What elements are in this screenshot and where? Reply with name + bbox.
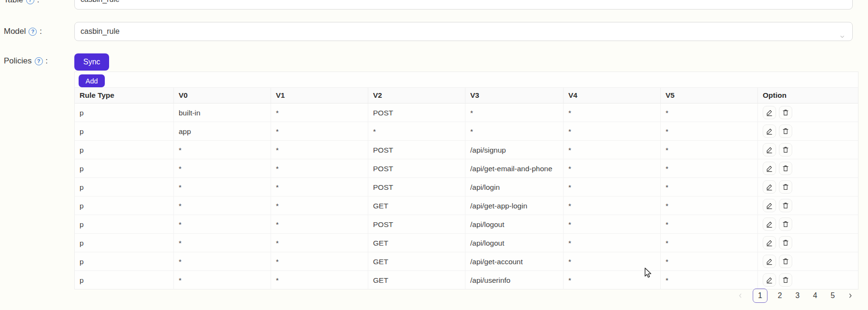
edit-icon[interactable] bbox=[763, 124, 776, 138]
delete-icon[interactable] bbox=[779, 180, 792, 194]
edit-icon[interactable] bbox=[763, 199, 776, 212]
delete-icon[interactable] bbox=[779, 255, 792, 268]
option-cell bbox=[758, 196, 858, 215]
option-cell bbox=[758, 252, 858, 271]
table-row: pbuilt-in*POST*** bbox=[75, 103, 858, 122]
pagination-page-3[interactable]: 3 bbox=[792, 289, 803, 303]
help-icon: ? bbox=[29, 28, 37, 36]
option-cell bbox=[758, 178, 858, 196]
delete-icon[interactable] bbox=[779, 273, 792, 287]
table-cell: p bbox=[75, 234, 174, 252]
option-cell bbox=[758, 159, 858, 178]
table-cell: p bbox=[75, 141, 174, 159]
table-row: p**POST/api/get-email-and-phone** bbox=[75, 159, 858, 178]
table-cell: * bbox=[174, 141, 271, 159]
table-cell: * bbox=[661, 271, 758, 289]
policies-field-label: Policies ? : bbox=[4, 56, 48, 66]
table-cell: * bbox=[564, 271, 661, 289]
table-cell: * bbox=[271, 103, 368, 122]
table-cell: * bbox=[661, 122, 758, 141]
pagination-next-icon[interactable] bbox=[845, 289, 856, 303]
table-row: p**POST/api/login** bbox=[75, 178, 858, 196]
table-row: papp***** bbox=[75, 122, 858, 141]
table-cell: * bbox=[661, 215, 758, 234]
table-cell: * bbox=[174, 215, 271, 234]
table-cell: * bbox=[661, 196, 758, 215]
table-cell: * bbox=[174, 178, 271, 196]
delete-icon[interactable] bbox=[779, 236, 792, 249]
table-cell: p bbox=[75, 159, 174, 178]
pagination: 12345 bbox=[735, 288, 856, 303]
table-cell: GET bbox=[368, 234, 465, 252]
help-icon: ? bbox=[35, 57, 43, 65]
table-cell: /api/get-account bbox=[465, 252, 564, 271]
model-field-label-text: Model bbox=[4, 27, 26, 36]
table-cell: p bbox=[75, 215, 174, 234]
edit-icon[interactable] bbox=[763, 217, 776, 231]
table-cell: * bbox=[661, 103, 758, 122]
table-row: p**GET/api/get-account** bbox=[75, 252, 858, 271]
table-row: p**POST/api/logout** bbox=[75, 215, 858, 234]
table-cell: * bbox=[174, 234, 271, 252]
policy-table-header-row: Rule TypeV0V1V2V3V4V5Option bbox=[75, 87, 858, 103]
pagination-page-2[interactable]: 2 bbox=[775, 289, 785, 303]
table-cell: /api/get-app-login bbox=[465, 196, 564, 215]
table-cell: /api/login bbox=[465, 178, 564, 196]
edit-icon[interactable] bbox=[763, 162, 776, 175]
table-cell: * bbox=[564, 141, 661, 159]
edit-icon[interactable] bbox=[763, 255, 776, 268]
edit-icon[interactable] bbox=[763, 180, 776, 194]
table-cell: * bbox=[564, 234, 661, 252]
sync-button[interactable]: Sync bbox=[74, 53, 109, 71]
table-cell: * bbox=[271, 196, 368, 215]
help-icon: ? bbox=[26, 0, 34, 4]
option-cell bbox=[758, 103, 858, 122]
table-cell: * bbox=[661, 141, 758, 159]
table-cell: * bbox=[271, 215, 368, 234]
column-header-v5: V5 bbox=[661, 87, 758, 103]
table-cell: * bbox=[564, 215, 661, 234]
delete-icon[interactable] bbox=[779, 217, 792, 231]
table-cell: * bbox=[368, 122, 465, 141]
table-cell: * bbox=[564, 103, 661, 122]
policies-panel: Add Rule TypeV0V1V2V3V4V5Option pbuilt-i… bbox=[74, 72, 858, 289]
column-header-v1: V1 bbox=[271, 87, 368, 103]
edit-icon[interactable] bbox=[763, 236, 776, 249]
edit-icon[interactable] bbox=[763, 273, 776, 287]
table-cell: p bbox=[75, 103, 174, 122]
model-select[interactable]: casbin_rule bbox=[74, 22, 853, 41]
pagination-prev-icon[interactable] bbox=[735, 289, 746, 303]
pagination-page-4[interactable]: 4 bbox=[810, 289, 820, 303]
delete-icon[interactable] bbox=[779, 124, 792, 138]
table-cell: app bbox=[174, 122, 271, 141]
table-cell: * bbox=[465, 122, 564, 141]
table-cell: POST bbox=[368, 215, 465, 234]
table-input[interactable]: casbin_rule bbox=[74, 0, 853, 10]
table-cell: POST bbox=[368, 103, 465, 122]
delete-icon[interactable] bbox=[779, 199, 792, 212]
pagination-page-1[interactable]: 1 bbox=[753, 289, 767, 303]
table-cell: * bbox=[564, 122, 661, 141]
table-cell: * bbox=[661, 178, 758, 196]
column-header-v2: V2 bbox=[368, 87, 465, 103]
policies-field-label-text: Policies bbox=[4, 56, 32, 66]
table-row: p**GET/api/userinfo** bbox=[75, 271, 858, 289]
column-header-option: Option bbox=[758, 87, 858, 103]
edit-icon[interactable] bbox=[763, 106, 776, 119]
table-cell: /api/logout bbox=[465, 215, 564, 234]
add-button[interactable]: Add bbox=[79, 74, 105, 87]
pagination-page-5[interactable]: 5 bbox=[828, 289, 838, 303]
table-cell: /api/userinfo bbox=[465, 271, 564, 289]
option-cell bbox=[758, 215, 858, 234]
delete-icon[interactable] bbox=[779, 162, 792, 175]
table-cell: /api/get-email-and-phone bbox=[465, 159, 564, 178]
delete-icon[interactable] bbox=[779, 106, 792, 119]
chevron-down-icon bbox=[839, 29, 846, 47]
model-select-value: casbin_rule bbox=[81, 27, 120, 35]
edit-icon[interactable] bbox=[763, 143, 776, 156]
table-cell: * bbox=[271, 141, 368, 159]
delete-icon[interactable] bbox=[779, 143, 792, 156]
table-row: p**POST/api/signup** bbox=[75, 141, 858, 159]
table-cell: * bbox=[271, 178, 368, 196]
table-cell: * bbox=[271, 252, 368, 271]
